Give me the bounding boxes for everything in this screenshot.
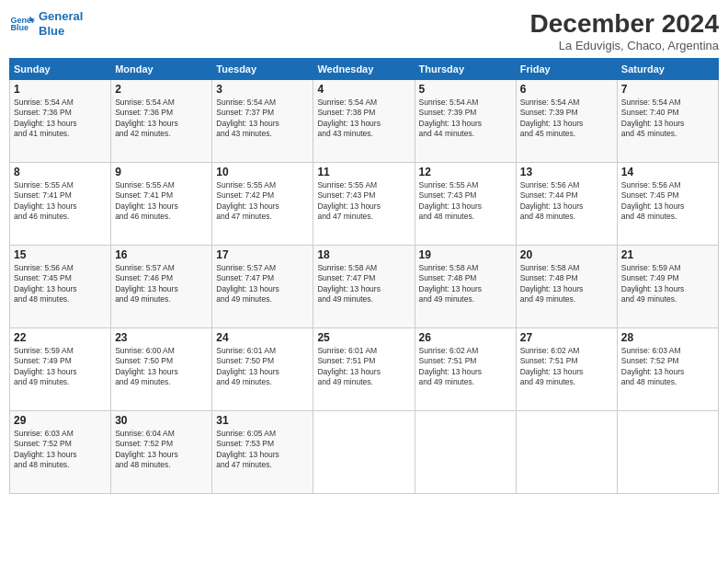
day-number: 18 xyxy=(317,248,410,261)
day-number: 27 xyxy=(520,331,613,344)
day-header-wednesday: Wednesday xyxy=(313,59,415,80)
day-info: Sunrise: 5:55 AM Sunset: 7:42 PM Dayligh… xyxy=(216,180,309,223)
day-number: 14 xyxy=(621,166,714,178)
day-cell: 25Sunrise: 6:01 AM Sunset: 7:51 PM Dayli… xyxy=(313,328,415,411)
day-info: Sunrise: 5:54 AM Sunset: 7:39 PM Dayligh… xyxy=(419,98,512,140)
day-cell xyxy=(313,411,415,494)
day-info: Sunrise: 6:01 AM Sunset: 7:51 PM Dayligh… xyxy=(317,346,410,388)
day-cell: 18Sunrise: 5:58 AM Sunset: 7:47 PM Dayli… xyxy=(313,246,415,328)
day-number: 21 xyxy=(621,248,714,261)
day-number: 11 xyxy=(317,166,410,178)
logo-line2: Blue xyxy=(39,24,64,38)
week-row-3: 15Sunrise: 5:56 AM Sunset: 7:45 PM Dayli… xyxy=(10,246,719,328)
day-cell: 15Sunrise: 5:56 AM Sunset: 7:45 PM Dayli… xyxy=(10,246,111,328)
day-cell: 21Sunrise: 5:59 AM Sunset: 7:49 PM Dayli… xyxy=(617,246,718,328)
day-number: 23 xyxy=(115,331,208,344)
day-cell: 11Sunrise: 5:55 AM Sunset: 7:43 PM Dayli… xyxy=(313,163,415,246)
day-cell: 4Sunrise: 5:54 AM Sunset: 7:38 PM Daylig… xyxy=(313,80,415,163)
day-cell: 29Sunrise: 6:03 AM Sunset: 7:52 PM Dayli… xyxy=(10,411,111,494)
week-row-2: 8Sunrise: 5:55 AM Sunset: 7:41 PM Daylig… xyxy=(10,163,719,246)
day-info: Sunrise: 6:03 AM Sunset: 7:52 PM Dayligh… xyxy=(621,346,714,388)
day-number: 13 xyxy=(520,166,613,178)
day-info: Sunrise: 5:54 AM Sunset: 7:38 PM Dayligh… xyxy=(317,98,410,140)
location-subtitle: La Eduvigis, Chaco, Argentina xyxy=(530,39,719,52)
day-info: Sunrise: 6:00 AM Sunset: 7:50 PM Dayligh… xyxy=(115,346,208,388)
day-number: 7 xyxy=(621,83,714,96)
day-cell: 22Sunrise: 5:59 AM Sunset: 7:49 PM Dayli… xyxy=(10,328,111,411)
day-cell: 27Sunrise: 6:02 AM Sunset: 7:51 PM Dayli… xyxy=(516,328,617,411)
day-header-sunday: Sunday xyxy=(10,59,111,80)
week-row-5: 29Sunrise: 6:03 AM Sunset: 7:52 PM Dayli… xyxy=(10,411,719,494)
day-number: 2 xyxy=(115,83,208,96)
day-number: 5 xyxy=(419,83,512,96)
day-number: 25 xyxy=(317,331,410,344)
month-title: December 2024 xyxy=(530,9,719,39)
day-number: 28 xyxy=(621,331,714,344)
day-number: 26 xyxy=(419,331,512,344)
day-info: Sunrise: 5:55 AM Sunset: 7:43 PM Dayligh… xyxy=(419,180,512,223)
day-info: Sunrise: 5:54 AM Sunset: 7:36 PM Dayligh… xyxy=(14,98,107,140)
day-info: Sunrise: 5:58 AM Sunset: 7:47 PM Dayligh… xyxy=(317,263,410,305)
logo: General Blue General Blue xyxy=(9,9,83,38)
day-info: Sunrise: 5:55 AM Sunset: 7:41 PM Dayligh… xyxy=(14,180,107,223)
day-cell: 6Sunrise: 5:54 AM Sunset: 7:39 PM Daylig… xyxy=(516,80,617,163)
day-number: 10 xyxy=(216,166,309,178)
day-info: Sunrise: 5:57 AM Sunset: 7:47 PM Dayligh… xyxy=(216,263,309,305)
svg-text:Blue: Blue xyxy=(10,23,28,32)
day-info: Sunrise: 5:59 AM Sunset: 7:49 PM Dayligh… xyxy=(14,346,107,388)
day-number: 15 xyxy=(14,248,107,261)
day-header-monday: Monday xyxy=(111,59,212,80)
day-info: Sunrise: 6:01 AM Sunset: 7:50 PM Dayligh… xyxy=(216,346,309,388)
day-cell: 28Sunrise: 6:03 AM Sunset: 7:52 PM Dayli… xyxy=(617,328,718,411)
logo-icon: General Blue xyxy=(9,11,35,37)
day-cell: 17Sunrise: 5:57 AM Sunset: 7:47 PM Dayli… xyxy=(212,246,313,328)
day-header-friday: Friday xyxy=(516,59,617,80)
day-number: 29 xyxy=(14,414,107,427)
day-cell: 5Sunrise: 5:54 AM Sunset: 7:39 PM Daylig… xyxy=(415,80,516,163)
day-info: Sunrise: 5:57 AM Sunset: 7:46 PM Dayligh… xyxy=(115,263,208,305)
day-info: Sunrise: 6:02 AM Sunset: 7:51 PM Dayligh… xyxy=(520,346,613,388)
day-cell: 31Sunrise: 6:05 AM Sunset: 7:53 PM Dayli… xyxy=(212,411,313,494)
day-info: Sunrise: 6:02 AM Sunset: 7:51 PM Dayligh… xyxy=(419,346,512,388)
day-cell: 7Sunrise: 5:54 AM Sunset: 7:40 PM Daylig… xyxy=(617,80,718,163)
logo-line1: General xyxy=(39,9,83,23)
day-cell: 16Sunrise: 5:57 AM Sunset: 7:46 PM Dayli… xyxy=(111,246,212,328)
day-number: 12 xyxy=(419,166,512,178)
day-cell: 14Sunrise: 5:56 AM Sunset: 7:45 PM Dayli… xyxy=(617,163,718,246)
calendar-table: SundayMondayTuesdayWednesdayThursdayFrid… xyxy=(9,58,719,494)
day-cell: 3Sunrise: 5:54 AM Sunset: 7:37 PM Daylig… xyxy=(212,80,313,163)
day-info: Sunrise: 5:55 AM Sunset: 7:41 PM Dayligh… xyxy=(115,180,208,223)
day-info: Sunrise: 5:55 AM Sunset: 7:43 PM Dayligh… xyxy=(317,180,410,223)
day-cell: 2Sunrise: 5:54 AM Sunset: 7:36 PM Daylig… xyxy=(111,80,212,163)
day-cell: 8Sunrise: 5:55 AM Sunset: 7:41 PM Daylig… xyxy=(10,163,111,246)
page-header: General Blue General Blue December 2024 … xyxy=(9,9,719,52)
day-info: Sunrise: 5:54 AM Sunset: 7:40 PM Dayligh… xyxy=(621,98,714,140)
day-info: Sunrise: 6:03 AM Sunset: 7:52 PM Dayligh… xyxy=(14,429,107,471)
day-number: 8 xyxy=(14,166,107,178)
day-info: Sunrise: 5:54 AM Sunset: 7:39 PM Dayligh… xyxy=(520,98,613,140)
day-info: Sunrise: 5:54 AM Sunset: 7:37 PM Dayligh… xyxy=(216,98,309,140)
day-info: Sunrise: 5:56 AM Sunset: 7:45 PM Dayligh… xyxy=(14,263,107,305)
day-number: 1 xyxy=(14,83,107,96)
days-header-row: SundayMondayTuesdayWednesdayThursdayFrid… xyxy=(10,59,719,80)
day-number: 6 xyxy=(520,83,613,96)
day-cell: 12Sunrise: 5:55 AM Sunset: 7:43 PM Dayli… xyxy=(415,163,516,246)
day-header-tuesday: Tuesday xyxy=(212,59,313,80)
day-number: 3 xyxy=(216,83,309,96)
day-number: 9 xyxy=(115,166,208,178)
day-info: Sunrise: 5:56 AM Sunset: 7:44 PM Dayligh… xyxy=(520,180,613,223)
day-cell: 1Sunrise: 5:54 AM Sunset: 7:36 PM Daylig… xyxy=(10,80,111,163)
day-number: 30 xyxy=(115,414,208,427)
day-number: 19 xyxy=(419,248,512,261)
day-cell: 10Sunrise: 5:55 AM Sunset: 7:42 PM Dayli… xyxy=(212,163,313,246)
day-number: 17 xyxy=(216,248,309,261)
day-cell: 24Sunrise: 6:01 AM Sunset: 7:50 PM Dayli… xyxy=(212,328,313,411)
day-info: Sunrise: 6:05 AM Sunset: 7:53 PM Dayligh… xyxy=(216,429,309,471)
day-number: 4 xyxy=(317,83,410,96)
day-info: Sunrise: 5:54 AM Sunset: 7:36 PM Dayligh… xyxy=(115,98,208,140)
day-cell: 9Sunrise: 5:55 AM Sunset: 7:41 PM Daylig… xyxy=(111,163,212,246)
day-cell xyxy=(617,411,718,494)
week-row-1: 1Sunrise: 5:54 AM Sunset: 7:36 PM Daylig… xyxy=(10,80,719,163)
week-row-4: 22Sunrise: 5:59 AM Sunset: 7:49 PM Dayli… xyxy=(10,328,719,411)
day-header-thursday: Thursday xyxy=(415,59,516,80)
